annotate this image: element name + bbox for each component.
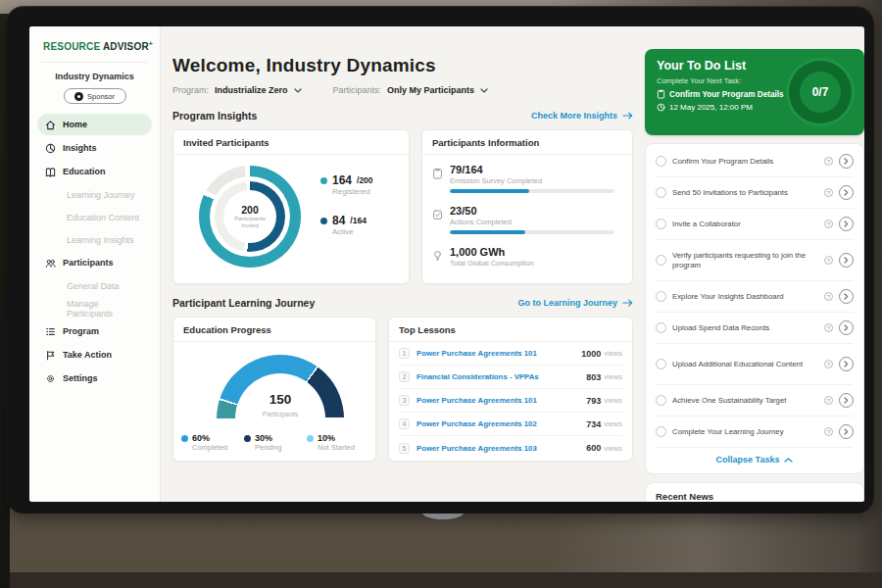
sidebar-item-learning-journey[interactable]: Learning Journey — [37, 184, 152, 205]
check-more-insights-link[interactable]: Check More Insights — [531, 111, 633, 121]
info-icon[interactable]: ? — [824, 396, 833, 405]
todo-progress-value: 0/7 — [800, 72, 841, 113]
actions-icon — [432, 209, 443, 220]
emission-progress-bar — [450, 189, 614, 193]
task-checkbox[interactable] — [656, 322, 666, 333]
chevron-right-icon — [844, 257, 849, 264]
pending-dot — [244, 435, 251, 442]
task-checkbox[interactable] — [656, 359, 666, 369]
sidebar-item-manage-participants[interactable]: Manage Participants — [37, 298, 152, 318]
task-invite-collaborator[interactable]: Invite a Collaborator ? — [656, 209, 854, 240]
sidebar-item-general-data[interactable]: General Data — [37, 275, 152, 296]
donut-center-label: 200 Participants Invited — [223, 190, 276, 243]
lesson-link[interactable]: Power Purchase Agreements 102 — [416, 419, 586, 428]
info-icon[interactable]: ? — [824, 323, 833, 332]
info-icon[interactable]: ? — [824, 157, 833, 166]
filter-bar: Program: Industrialize Zero Participants… — [172, 85, 633, 95]
task-checkbox[interactable] — [656, 291, 666, 302]
task-go-button[interactable] — [839, 320, 854, 335]
task-checkbox[interactable] — [656, 395, 666, 406]
program-filter-value[interactable]: Industrialize Zero — [215, 85, 288, 95]
info-icon[interactable]: ? — [824, 220, 833, 228]
take-action-icon — [45, 350, 56, 361]
info-icon[interactable]: ? — [824, 427, 833, 436]
completed-dot — [181, 435, 188, 442]
top-lessons-card: Top Lessons 1 Power Purchase Agreements … — [388, 317, 633, 462]
recent-news-title: Recent News — [646, 483, 863, 502]
sidebar-item-insights[interactable]: Insights — [37, 137, 152, 159]
clipboard-icon — [432, 168, 443, 179]
task-go-button[interactable] — [839, 217, 854, 231]
task-checkbox[interactable] — [656, 255, 666, 266]
chevron-up-icon — [784, 458, 793, 463]
rank-badge: 2 — [399, 371, 410, 382]
program-insights-heading: Program Insights — [172, 110, 257, 122]
chevron-right-icon — [844, 361, 849, 368]
sponsor-icon — [74, 92, 83, 101]
home-icon — [45, 120, 56, 130]
task-verify-participants[interactable]: Verify participants requesting to join t… — [656, 240, 854, 281]
legend-pending: 30% Pending — [244, 433, 307, 452]
task-checkbox[interactable] — [656, 187, 666, 198]
info-icon[interactable]: ? — [824, 292, 833, 301]
legend-completed: 60% Completed — [181, 433, 244, 452]
participants-information-card: Participants Information 79/164 Emission… — [421, 129, 633, 284]
task-explore-insights[interactable]: Explore Your Insights Dashboard ? — [656, 281, 854, 313]
task-go-button[interactable] — [839, 357, 854, 371]
participants-filter-value[interactable]: Only My Participants — [387, 85, 474, 95]
chevron-down-icon[interactable] — [294, 88, 302, 93]
task-upload-spend-data[interactable]: Upload Spend Data Records ? — [656, 313, 854, 344]
sidebar-item-home[interactable]: Home — [37, 114, 152, 135]
task-go-button[interactable] — [839, 154, 854, 169]
task-confirm-program-details[interactable]: Confirm Your Program Details ? — [656, 146, 854, 177]
go-to-learning-journey-link[interactable]: Go to Learning Journey — [517, 298, 633, 308]
task-go-button[interactable] — [839, 393, 854, 408]
chevron-down-icon[interactable] — [480, 88, 488, 93]
task-go-button[interactable] — [839, 289, 854, 304]
arrow-right-icon — [622, 299, 633, 307]
arrow-right-icon — [622, 112, 633, 120]
task-checkbox[interactable] — [656, 156, 666, 167]
sidebar-item-settings[interactable]: Settings — [37, 368, 152, 389]
task-send-invitations[interactable]: Send 50 Invitations to Participants ? — [656, 177, 854, 209]
task-achieve-target[interactable]: Achieve One Sustainability Target ? — [656, 385, 854, 416]
task-list: Confirm Your Program Details ? Send 50 I… — [645, 143, 864, 474]
info-icon[interactable]: ? — [824, 360, 833, 368]
task-upload-educational-content[interactable]: Upload Additional Educational Content ? — [656, 344, 854, 385]
education-icon — [45, 167, 56, 177]
invited-participants-title: Invited Participants — [173, 130, 409, 155]
lesson-row: 2 Financial Considerations - VPPAs 803vi… — [399, 366, 622, 389]
info-icon[interactable]: ? — [824, 256, 833, 265]
lesson-link[interactable]: Financial Considerations - VPPAs — [416, 372, 586, 381]
chevron-right-icon — [844, 293, 849, 300]
sidebar-item-learning-insights[interactable]: Learning Insights — [37, 229, 152, 250]
lesson-link[interactable]: Power Purchase Agreements 101 — [416, 349, 581, 358]
sidebar-nav: Home Insights Education Learning Journey… — [29, 114, 160, 389]
participants-filter-label: Participants: — [333, 85, 382, 95]
education-gauge: 150 Participants — [217, 355, 344, 419]
stat-bar-fill-0 — [450, 189, 529, 193]
settings-icon — [45, 373, 56, 384]
invited-participants-card: Invited Participants 200 Participants In… — [172, 129, 410, 284]
task-go-button[interactable] — [839, 185, 854, 200]
registered-dot — [320, 177, 327, 184]
sidebar-item-education-content[interactable]: Education Content — [37, 207, 152, 227]
task-go-button[interactable] — [839, 424, 854, 439]
sidebar-item-take-action[interactable]: Take Action — [37, 344, 152, 366]
info-icon[interactable]: ? — [824, 188, 833, 197]
gauge-center-label: Participants — [217, 411, 344, 417]
sidebar-item-program[interactable]: Program — [37, 320, 152, 342]
task-checkbox[interactable] — [656, 426, 666, 437]
sidebar-item-education[interactable]: Education — [37, 161, 152, 182]
lesson-link[interactable]: Power Purchase Agreements 103 — [416, 444, 586, 453]
stat-emission-survey: 79/164 Emission Survey Completed — [432, 164, 624, 193]
chevron-right-icon — [844, 220, 849, 227]
task-complete-learning-journey[interactable]: Complete Your Learning Journey ? — [656, 416, 854, 448]
task-go-button[interactable] — [839, 253, 854, 268]
lesson-link[interactable]: Power Purchase Agreements 101 — [416, 396, 586, 405]
sidebar-item-participants[interactable]: Participants — [37, 252, 152, 273]
todo-next-task: Confirm Your Program Details — [669, 90, 784, 99]
collapse-tasks-link[interactable]: Collapse Tasks — [646, 448, 863, 471]
task-checkbox[interactable] — [656, 219, 666, 229]
rank-badge: 1 — [399, 348, 410, 359]
